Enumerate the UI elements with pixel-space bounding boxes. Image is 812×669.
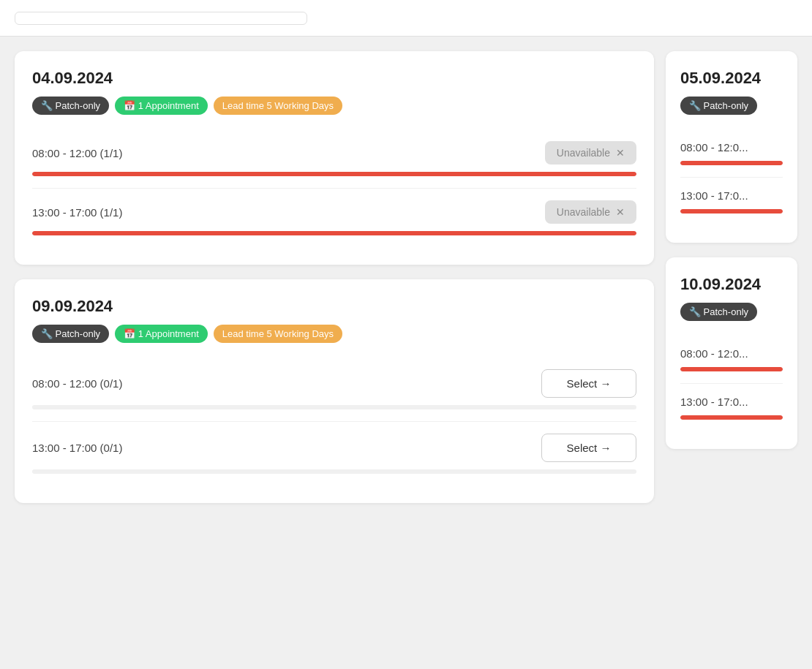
time-slot-1-1: 13:00 - 17:00 (0/1)Select → — [32, 422, 636, 485]
badge-1-1: 📅 1 Appointment — [115, 325, 208, 343]
side-time-label-1-1: 13:00 - 17:0... — [680, 396, 783, 408]
card-badges-1: 🔧 Patch-only📅 1 AppointmentLead time 5 W… — [32, 325, 636, 343]
unavailable-btn-0-0: Unavailable ✕ — [545, 141, 636, 165]
time-label-0-0: 08:00 - 12:00 (1/1) — [32, 147, 122, 159]
side-time-slot-1-1: 13:00 - 17:0... — [680, 384, 783, 431]
date-card-1: 09.09.2024🔧 Patch-only📅 1 AppointmentLea… — [15, 279, 654, 503]
side-progress-container-0-1 — [680, 209, 783, 213]
unavailable-btn-0-1: Unavailable ✕ — [545, 200, 636, 224]
side-progress-container-1-0 — [680, 367, 783, 371]
progress-bar-0-1 — [32, 231, 636, 235]
side-progress-bar-1-1 — [680, 415, 783, 420]
side-card-badges-0: 🔧 Patch-only — [680, 97, 783, 115]
x-icon: ✕ — [616, 147, 625, 159]
progress-bar-container-0-0 — [32, 172, 636, 176]
select-btn-1-1[interactable]: Select → — [541, 434, 636, 462]
time-slot-row-0-1: 13:00 - 17:00 (1/1)Unavailable ✕ — [32, 200, 636, 224]
card-date-0: 04.09.2024 — [32, 69, 636, 88]
progress-bar-container-0-1 — [32, 231, 636, 235]
time-label-1-1: 13:00 - 17:00 (0/1) — [32, 442, 122, 454]
card-badges-0: 🔧 Patch-only📅 1 AppointmentLead time 5 W… — [32, 97, 636, 115]
select-btn-1-0[interactable]: Select → — [541, 369, 636, 398]
badge-0-1: 📅 1 Appointment — [115, 97, 208, 115]
side-time-label-1-0: 08:00 - 12:0... — [680, 347, 783, 360]
badge-0-2: Lead time 5 Working Days — [214, 97, 342, 115]
badge-1-0: 🔧 Patch-only — [32, 325, 109, 343]
side-progress-container-0-0 — [680, 161, 783, 165]
main-content: 04.09.2024🔧 Patch-only📅 1 AppointmentLea… — [0, 37, 812, 518]
side-card-date-0: 05.09.2024 — [680, 69, 783, 88]
time-label-1-0: 08:00 - 12:00 (0/1) — [32, 377, 122, 390]
date-card-0: 04.09.2024🔧 Patch-only📅 1 AppointmentLea… — [15, 51, 654, 265]
side-progress-bar-0-1 — [680, 209, 783, 213]
side-time-slot-1-0: 08:00 - 12:0... — [680, 336, 783, 384]
side-time-slot-0-1: 13:00 - 17:0... — [680, 178, 783, 225]
time-slot-0-0: 08:00 - 12:00 (1/1)Unavailable ✕ — [32, 129, 636, 189]
side-progress-container-1-1 — [680, 415, 783, 420]
side-cards-column: 05.09.2024🔧 Patch-only08:00 - 12:0...13:… — [666, 51, 797, 449]
time-slot-1-0: 08:00 - 12:00 (0/1)Select → — [32, 358, 636, 422]
time-slot-row-1-0: 08:00 - 12:00 (0/1)Select → — [32, 369, 636, 398]
time-label-0-1: 13:00 - 17:00 (1/1) — [32, 206, 122, 219]
top-bar — [0, 0, 812, 37]
progress-bar-0-0 — [32, 172, 636, 176]
side-badge-0-0: 🔧 Patch-only — [680, 97, 757, 115]
side-time-label-0-1: 13:00 - 17:0... — [680, 189, 783, 202]
progress-bar-container-1-0 — [32, 405, 636, 409]
cards-column: 04.09.2024🔧 Patch-only📅 1 AppointmentLea… — [15, 51, 654, 503]
side-card-1: 10.09.2024🔧 Patch-only08:00 - 12:0...13:… — [666, 257, 797, 449]
side-card-date-1: 10.09.2024 — [680, 275, 783, 294]
side-card-badges-1: 🔧 Patch-only — [680, 303, 783, 321]
side-progress-bar-0-0 — [680, 161, 783, 165]
side-time-label-0-0: 08:00 - 12:0... — [680, 141, 783, 154]
side-badge-1-0: 🔧 Patch-only — [680, 303, 757, 321]
card-date-1: 09.09.2024 — [32, 297, 636, 316]
side-progress-bar-1-0 — [680, 367, 783, 371]
room-field — [15, 12, 307, 25]
x-icon: ✕ — [616, 206, 625, 218]
time-slot-0-1: 13:00 - 17:00 (1/1)Unavailable ✕ — [32, 189, 636, 247]
side-time-slot-0-0: 08:00 - 12:0... — [680, 129, 783, 178]
badge-1-2: Lead time 5 Working Days — [214, 325, 342, 343]
time-slot-row-1-1: 13:00 - 17:00 (0/1)Select → — [32, 434, 636, 462]
time-slot-row-0-0: 08:00 - 12:00 (1/1)Unavailable ✕ — [32, 141, 636, 165]
progress-bar-container-1-1 — [32, 469, 636, 474]
badge-0-0: 🔧 Patch-only — [32, 97, 109, 115]
side-card-0: 05.09.2024🔧 Patch-only08:00 - 12:0...13:… — [666, 51, 797, 243]
